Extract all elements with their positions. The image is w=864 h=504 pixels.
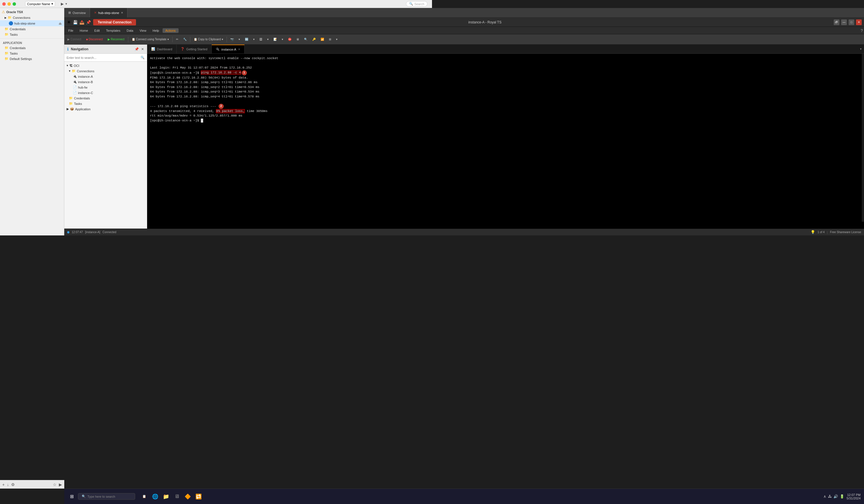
reconnect-button[interactable]: ▶ Reconnect [106, 37, 127, 42]
app-icon: ☀ [67, 19, 71, 25]
export-icon[interactable]: 📤 [80, 20, 84, 25]
app-credentials-label: Credentials [10, 46, 26, 50]
term-tab-dashboard[interactable]: 📊 Dashboard [147, 45, 177, 53]
instance-a-label: instance-A [78, 75, 93, 78]
terminal-line-10 [150, 99, 432, 104]
toolbar-icon-7[interactable]: 📝 [272, 37, 279, 42]
menu-data[interactable]: Data [124, 28, 136, 33]
term-tab-getting-started[interactable]: ❓ Getting Started [177, 45, 212, 53]
sidebar-connections[interactable]: ▶ 📁 Connections [0, 15, 64, 20]
tree-instance-b[interactable]: 🔌 instance-B [64, 79, 147, 85]
wifi-button[interactable]: 📶 [319, 37, 326, 42]
terminal-line-7: 64 bytes from 172.16.2.88: icmp_seq=2 tt… [150, 85, 432, 90]
pin-icon[interactable]: 📌 [86, 20, 91, 25]
menu-templates[interactable]: Templates [103, 28, 123, 33]
key-button[interactable]: 🔑 [310, 37, 318, 42]
nav-close-button[interactable]: ✕ [141, 47, 144, 51]
nav-search-bar[interactable]: 🔍 [64, 54, 147, 62]
getting-started-icon: ❓ [181, 47, 184, 51]
default-settings-label: Default Settings [10, 57, 32, 61]
tool-button[interactable]: 🔧 [181, 37, 189, 42]
sidebar-app-tasks[interactable]: 📁 Tasks [0, 51, 64, 56]
tab-close-icon[interactable]: ✕ [121, 11, 123, 14]
nav-panel-title: Navigation [71, 47, 132, 51]
oci-expand-icon: ▾ [67, 64, 68, 68]
tab-overview[interactable]: ⊞ Overview [64, 8, 90, 17]
toolbar-icon-4[interactable]: ▾ [251, 37, 256, 42]
terminal-content: Activate the web console with: systemctl… [147, 54, 432, 229]
app-titlebar: ☀ 💾 📤 📌 Terminal Connection instance-A -… [64, 18, 432, 27]
tree-tasks[interactable]: 📁 Tasks [64, 101, 147, 106]
mac-minimize-button[interactable] [8, 2, 11, 6]
menu-edit[interactable]: Edit [92, 28, 103, 33]
toolbar-icon-3[interactable]: 🔤 [243, 37, 250, 42]
menubar: File Home Edit Templates Data View Help … [64, 27, 432, 34]
sidebar-eject-icon[interactable]: ⏏ [59, 21, 62, 25]
mac-close-button[interactable] [2, 2, 6, 6]
search-toolbar-button[interactable]: 🔍 [302, 37, 309, 42]
stop-button[interactable]: ⛔ [286, 37, 293, 42]
tree-hub-fw[interactable]: 📄 hub-fw [64, 85, 147, 90]
app-expand-icon: ▶ [67, 107, 69, 111]
mac-maximize-button[interactable] [13, 2, 16, 6]
toolbar-sep-3 [190, 37, 190, 42]
tree-connections[interactable]: ▾ 📁 Connections [64, 68, 147, 74]
overview-tab-icon: ⊞ [68, 11, 71, 14]
connections-tree-label: Connections [77, 69, 94, 73]
ping-command-highlight: ping 172.16.2.88 -c 4 [201, 71, 241, 75]
tree-instance-c[interactable]: 📄 instance-C [64, 90, 147, 95]
status-bar: 12:07:47 [instance-A] Connected 💡 1 of 4… [64, 229, 432, 236]
save-icon[interactable]: 💾 [73, 20, 78, 25]
toolbar-icon-5[interactable]: 🖼 [257, 37, 264, 42]
computer-name-dropdown[interactable]: Computer Name ▾ [25, 1, 55, 7]
screen-button[interactable]: 🖥 [294, 37, 301, 42]
sidebar-app-credentials[interactable]: 📁 Credentials [0, 45, 64, 51]
terminal-line-8: 64 bytes from 172.16.2.88: icmp_seq=3 tt… [150, 89, 432, 94]
play-button[interactable]: ▶ [61, 2, 64, 6]
terminal-line-1: Activate the web console with: systemctl… [150, 56, 432, 61]
main-tabs-row: ⊞ Overview ✕ hub-step-stone ✕ [64, 8, 432, 18]
menu-help[interactable]: Help [150, 28, 162, 33]
connect-template-label: Connect using Template [136, 38, 167, 41]
connection-icon: 🔵 [9, 21, 13, 25]
app-tree-label: Application [75, 107, 91, 111]
sidebar-default-settings[interactable]: 📁 Default Settings [0, 56, 64, 61]
menu-actions[interactable]: Actions [163, 28, 179, 33]
sidebar-tasks[interactable]: 📁 Tasks [0, 32, 64, 37]
search-icon: 🔍 [409, 2, 413, 6]
toolbar-icon-1[interactable]: 📷 [228, 37, 236, 42]
tree-oci[interactable]: ▾ 🏗 OCI [64, 63, 147, 68]
template-arrow-icon: ▾ [167, 38, 169, 41]
more-button[interactable]: ▾ [334, 37, 339, 42]
expand-button[interactable]: ▾ [65, 2, 67, 6]
menu-view[interactable]: View [136, 28, 149, 33]
menu-file[interactable]: File [65, 28, 76, 33]
nav-search-icon: 🔍 [141, 56, 145, 59]
instance-a-tab-close-icon[interactable]: ✕ [238, 48, 240, 51]
reconnect-label: Reconnect [111, 38, 124, 41]
nav-pin-button[interactable]: 📌 [134, 47, 139, 51]
pencil-button[interactable]: ✏ [174, 37, 180, 42]
sidebar-credentials[interactable]: 📁 Credentials [0, 26, 64, 32]
terminal-tabs: 📊 Dashboard ❓ Getting Started 🔌 instance… [147, 45, 432, 54]
sidebar-oracle-tsx[interactable]: ⚠ Oracle TSX [0, 8, 64, 15]
toolbar-icon-2[interactable]: ▾ [237, 37, 242, 42]
tree-instance-a[interactable]: 🔌 instance-A [64, 74, 147, 79]
copy-clipboard-button[interactable]: 📋 Copy to Clipboard ▾ [192, 37, 225, 42]
mac-search-bar[interactable]: 🔍 Search [406, 1, 428, 7]
tree-credentials[interactable]: 📁 Credentials [64, 95, 147, 101]
nav-search-input[interactable] [67, 56, 140, 59]
reconnect-icon: ▶ [108, 38, 110, 41]
tab-hub-step-stone[interactable]: ✕ hub-step-stone ✕ [90, 8, 128, 17]
menu-home[interactable]: Home [77, 28, 91, 33]
term-tab-instance-a[interactable]: 🔌 instance-A ✕ [212, 45, 244, 53]
connect-button[interactable]: ▶ Connect [65, 37, 83, 42]
toolbar-icon-8[interactable]: ▾ [280, 37, 285, 42]
connect-template-button[interactable]: 📋 Connect using Template ▾ [130, 37, 171, 42]
grid-button[interactable]: ⊞ [327, 37, 333, 42]
disconnect-button[interactable]: ■ Disconnect [84, 37, 105, 42]
terminal-line-13: rtt min/avg/max/mdev = 0.534/1.125/2.857… [150, 113, 432, 118]
tree-application[interactable]: ▶ 📦 Application [64, 106, 147, 112]
toolbar-icon-6[interactable]: ▾ [265, 37, 271, 42]
sidebar-hub-step-stone[interactable]: 🔵 hub-step-stone ⏏ [0, 20, 64, 26]
